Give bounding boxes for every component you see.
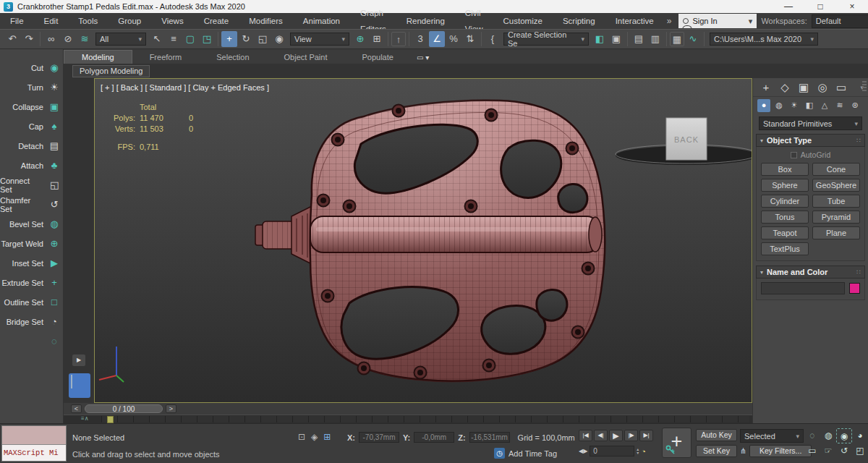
tab-populate[interactable]: Populate — [344, 51, 410, 64]
space-warps-category-icon[interactable]: ≋ — [833, 99, 846, 112]
sidebar-item-collapse[interactable]: Collapse▣ — [0, 97, 63, 116]
sidebar-item-target-weld[interactable]: Target Weld⊕ — [0, 234, 63, 253]
sidebar-item-inset-set[interactable]: Inset Set▶ — [0, 253, 63, 273]
select-object-icon[interactable]: ↖ — [149, 31, 165, 47]
maxscript-listener-row[interactable]: MAXScript Mi — [2, 445, 66, 461]
menu-rendering[interactable]: Rendering — [396, 13, 455, 29]
named-selection-sets-icon[interactable]: { — [485, 31, 501, 47]
textplus-button[interactable]: TextPlus — [761, 242, 809, 255]
menu-scripting[interactable]: Scripting — [553, 13, 605, 29]
workspace-dropdown[interactable]: Default ▾ — [812, 14, 868, 28]
frame-nudge-icon[interactable]: ◀▶ — [579, 448, 587, 454]
undo-icon[interactable]: ↶ — [4, 31, 20, 47]
auto-key-button[interactable]: Auto Key — [696, 429, 737, 441]
display-tab-icon[interactable]: ▭ — [833, 81, 850, 94]
absolute-offset-mode-icon[interactable]: ⊞ — [323, 432, 331, 442]
viewport-layout-tab[interactable] — [69, 373, 90, 398]
rectangular-selection-region-icon[interactable]: ▢ — [182, 31, 198, 47]
key-filters-button[interactable]: Key Filters... — [749, 445, 812, 457]
tab-object-paint[interactable]: Object Paint — [267, 51, 345, 64]
systems-category-icon[interactable]: ⊛ — [848, 99, 861, 112]
go-to-start-button[interactable]: |◀ — [579, 430, 592, 441]
torus-button[interactable]: Torus — [761, 211, 809, 224]
default-in-out-tangents-icon[interactable]: ⋔ — [740, 446, 746, 456]
sidebar-item-detach[interactable]: Detach▤ — [0, 136, 63, 156]
zoom-extents-all-icon[interactable]: ◕ — [852, 428, 868, 443]
zoom-icon[interactable]: ◌ — [804, 428, 820, 443]
go-to-end-button[interactable]: ▶| — [639, 430, 653, 441]
spinner-snap-icon[interactable]: ⇅ — [462, 31, 478, 47]
teapot-button[interactable]: Teapot — [761, 226, 809, 239]
hierarchy-tab-icon[interactable]: ▣ — [795, 81, 812, 94]
viewport-label[interactable]: [ + ] [ Back ] [ Standard ] [ Clay + Edg… — [101, 83, 269, 92]
frame-spinner[interactable]: ▴▾ — [637, 448, 639, 455]
time-slider[interactable]: 0 / 100 — [85, 404, 163, 413]
sidebar-item-outline-set[interactable]: Outline Set□ — [0, 292, 63, 312]
minimize-button[interactable]: — — [773, 1, 804, 12]
sidebar-item-extra[interactable]: ◌ — [0, 331, 63, 351]
cone-button[interactable]: Cone — [812, 163, 860, 176]
geosphere-button[interactable]: GeoSphere — [812, 179, 860, 192]
sidebar-item-connect-set[interactable]: Connect Set◱ — [0, 175, 63, 195]
menu-edit[interactable]: Edit — [34, 13, 69, 29]
zoom-region-icon[interactable]: ▭ — [804, 443, 820, 459]
polygon-modeling-panel-button[interactable]: Polygon Modeling — [72, 65, 150, 77]
next-frame-button[interactable]: |▶ — [624, 430, 638, 441]
object-name-field[interactable] — [761, 282, 845, 294]
use-pivot-center-icon[interactable]: ⊕ — [352, 31, 368, 47]
mini-curve-editor-icon[interactable]: ≡∧ — [81, 415, 89, 422]
selection-filter-dropdown[interactable]: All ▾ — [95, 33, 146, 46]
play-button[interactable]: ▶ — [609, 430, 623, 441]
pan-icon[interactable]: ☞ — [820, 443, 836, 459]
x-coordinate-field[interactable]: -70,37mm — [359, 432, 399, 443]
unlink-selection-icon[interactable]: ⊘ — [60, 31, 76, 47]
panel-scroll-handle[interactable] — [862, 81, 867, 93]
y-coordinate-field[interactable]: -0,0mm — [414, 432, 454, 443]
window-crossing-icon[interactable]: ◳ — [199, 31, 215, 47]
curve-editor-icon[interactable]: ∿ — [685, 31, 701, 47]
sphere-button[interactable]: Sphere — [761, 179, 809, 192]
tab-freeform[interactable]: Freeform — [132, 51, 200, 64]
select-and-manipulate-icon[interactable]: ⊞ — [369, 31, 385, 47]
tube-button[interactable]: Tube — [812, 195, 860, 208]
zoom-all-icon[interactable]: ◍ — [820, 428, 836, 443]
ribbon-config-icon[interactable]: ▭ ▾ — [411, 51, 435, 64]
tab-selection[interactable]: Selection — [199, 51, 266, 64]
sidebar-item-cut[interactable]: Cut◉ — [0, 58, 63, 77]
restore-button[interactable]: □ — [804, 1, 836, 12]
redo-icon[interactable]: ↷ — [21, 31, 37, 47]
add-time-tag[interactable]: ◷ Add Time Tag — [494, 448, 557, 459]
time-slider-handle[interactable] — [107, 416, 114, 423]
menu-create[interactable]: Create — [194, 13, 239, 29]
select-and-rotate-icon[interactable]: ↻ — [238, 31, 254, 47]
percent-snap-icon[interactable]: % — [446, 31, 461, 47]
toolbar-overflow-icon[interactable]: » — [664, 16, 675, 26]
keyboard-override-icon[interactable]: ↑ — [391, 32, 406, 46]
layer-explorer-icon[interactable]: ▥ — [647, 31, 663, 47]
create-tab-icon[interactable]: + — [757, 81, 775, 93]
lights-category-icon[interactable]: ☀ — [788, 99, 801, 112]
maximize-viewport-icon[interactable]: ◰ — [852, 443, 868, 459]
transform-gizmo-toggle-icon[interactable]: ⊡ — [298, 432, 305, 442]
set-keys-button[interactable]: + — [662, 428, 692, 458]
sidebar-item-chamfer-set[interactable]: Chamfer Set↺ — [0, 195, 63, 214]
align-icon[interactable]: ▣ — [608, 31, 624, 47]
select-and-link-icon[interactable]: ∞ — [43, 31, 59, 47]
plane-button[interactable]: Plane — [812, 226, 860, 239]
previous-frame-button[interactable]: ◀| — [594, 430, 608, 441]
menu-interactive[interactable]: Interactive — [605, 13, 664, 29]
spinner-down-icon[interactable]: ▾ — [637, 451, 639, 455]
menu-file[interactable]: File — [0, 13, 34, 29]
cameras-category-icon[interactable]: ◧ — [803, 99, 816, 112]
bind-to-space-warp-icon[interactable]: ≋ — [77, 31, 93, 47]
reference-coordinate-dropdown[interactable]: View ▾ — [290, 33, 349, 46]
motion-tab-icon[interactable]: ◎ — [814, 81, 831, 94]
menu-modifiers[interactable]: Modifiers — [239, 13, 293, 29]
sidebar-item-extrude-set[interactable]: Extrude Set+ — [0, 273, 63, 292]
sidebar-item-cap[interactable]: Cap♠ — [0, 116, 63, 136]
orbit-icon[interactable]: ↺ — [836, 443, 852, 459]
close-button[interactable]: × — [836, 1, 868, 12]
primitive-category-dropdown[interactable]: Standard Primitives ▾ — [759, 116, 862, 130]
current-frame-field[interactable]: 0 — [590, 446, 634, 456]
sign-in-button[interactable]: Sign In ▾ — [678, 14, 757, 28]
